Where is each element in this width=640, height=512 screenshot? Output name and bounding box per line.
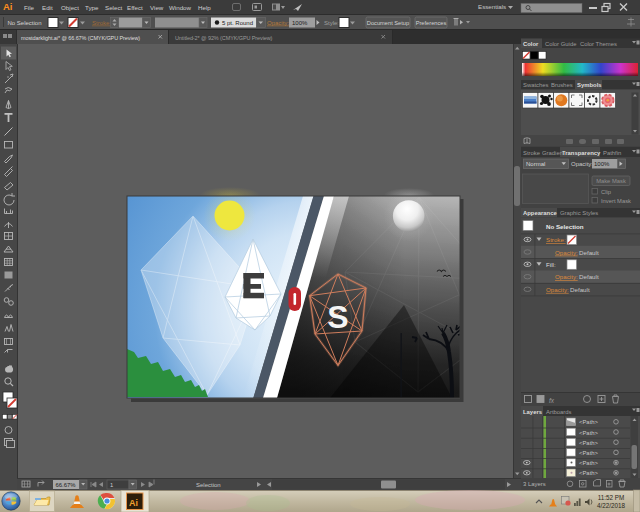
svg-text:Essentials: Essentials (478, 3, 506, 10)
svg-text:Opacity:: Opacity: (555, 273, 578, 280)
svg-text:No Selection: No Selection (8, 20, 42, 26)
svg-text:No Selection: No Selection (546, 223, 584, 230)
svg-text:<Path>: <Path> (579, 419, 599, 425)
svg-text:Effect: Effect (127, 4, 143, 11)
svg-text:Window: Window (169, 4, 192, 11)
svg-text:<Path>: <Path> (579, 460, 599, 466)
svg-text:Type: Type (85, 4, 99, 11)
svg-text:Object: Object (61, 4, 79, 11)
svg-text:Gradien: Gradien (542, 150, 563, 156)
svg-text:Graphic Styles: Graphic Styles (560, 210, 598, 216)
svg-text:Style:: Style: (324, 20, 339, 26)
svg-text:S: S (327, 299, 348, 335)
svg-text:Stroke:: Stroke: (546, 236, 566, 243)
svg-text:<Path>: <Path> (579, 440, 599, 446)
svg-text:Layers: Layers (523, 409, 543, 415)
svg-text:Opacity:: Opacity: (571, 161, 593, 167)
svg-text:Opacity:: Opacity: (555, 249, 578, 256)
svg-text:Untitled-2* @ 92% (CMYK/GPU Pr: Untitled-2* @ 92% (CMYK/GPU Preview) (175, 35, 273, 41)
svg-text:Edit: Edit (42, 4, 53, 11)
svg-text:Normal: Normal (526, 161, 545, 167)
svg-text:Preferences: Preferences (416, 20, 447, 26)
svg-text:Document Setup: Document Setup (367, 20, 409, 26)
svg-text:Swatches: Swatches (523, 82, 549, 88)
svg-text:Pathfin: Pathfin (603, 150, 621, 156)
svg-text:1: 1 (110, 482, 113, 488)
svg-text:100%: 100% (292, 20, 308, 26)
svg-text:Default: Default (579, 273, 599, 280)
svg-text:fx: fx (549, 397, 555, 404)
svg-text:Stroke: Stroke (523, 150, 541, 156)
svg-text:100%: 100% (594, 161, 610, 167)
svg-text:View: View (150, 4, 164, 11)
svg-text:66.67%: 66.67% (56, 482, 77, 488)
svg-text:<Path>: <Path> (579, 450, 599, 456)
svg-text:Help: Help (198, 4, 211, 11)
svg-text:Symbols: Symbols (577, 82, 602, 88)
svg-text:Fill:: Fill: (546, 261, 556, 268)
svg-text:Make Mask: Make Mask (596, 178, 626, 184)
svg-text:4/22/2018: 4/22/2018 (597, 502, 626, 509)
svg-text:Color Guide: Color Guide (545, 41, 577, 47)
svg-text:Brushes: Brushes (551, 82, 573, 88)
svg-text:File: File (24, 4, 35, 11)
svg-text:Default: Default (570, 286, 590, 293)
svg-text:Opacity:: Opacity: (546, 286, 569, 293)
svg-text:Artboards: Artboards (546, 409, 572, 415)
svg-text:Selection: Selection (196, 482, 221, 488)
svg-text:Stroke:: Stroke: (92, 20, 111, 26)
svg-text:Ai: Ai (3, 1, 13, 12)
svg-text:5 pt. Round: 5 pt. Round (222, 20, 253, 26)
svg-text:<Path>: <Path> (579, 470, 599, 476)
svg-text:Color Themes: Color Themes (580, 41, 617, 47)
svg-text:Color: Color (523, 41, 539, 47)
svg-text:Invert Mask: Invert Mask (601, 198, 631, 204)
svg-text:Transparency: Transparency (562, 150, 601, 156)
svg-text:Appearance: Appearance (523, 210, 557, 216)
svg-text:Default: Default (579, 249, 599, 256)
svg-text:<Path>: <Path> (579, 430, 599, 436)
svg-text:mostdarklight.ai* @ 66.67% (CM: mostdarklight.ai* @ 66.67% (CMYK/GPU Pre… (21, 35, 140, 41)
svg-text:Opacity:: Opacity: (267, 20, 289, 26)
svg-text:3 Layers: 3 Layers (523, 481, 546, 487)
svg-text:Select: Select (105, 4, 122, 11)
svg-text:Ai: Ai (129, 498, 138, 508)
svg-text:11:52 PM: 11:52 PM (598, 494, 625, 501)
svg-text:Clip: Clip (601, 189, 611, 195)
